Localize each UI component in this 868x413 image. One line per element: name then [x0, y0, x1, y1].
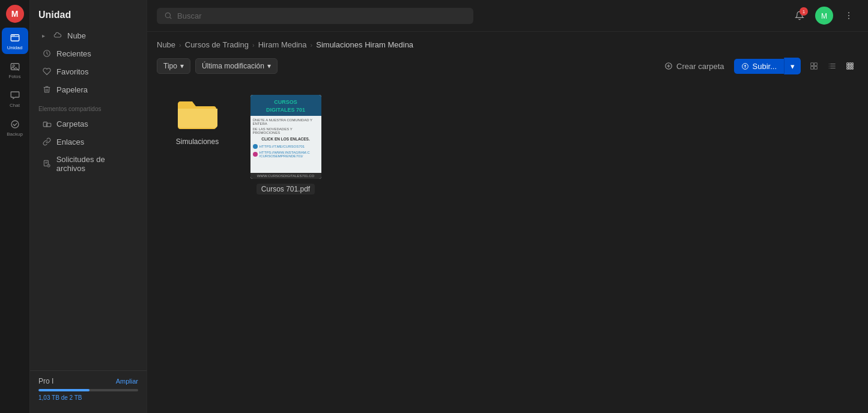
tipo-label: Tipo	[163, 62, 177, 70]
sidebar-item-nube[interactable]: ▸ Nube	[34, 26, 143, 44]
svg-rect-26	[849, 63, 851, 65]
telegram-dot	[253, 144, 258, 149]
avatar-image: M	[816, 7, 833, 24]
sidebar-item-carpetas[interactable]: Carpetas	[34, 115, 143, 133]
svg-point-14	[848, 15, 849, 16]
modificacion-filter-button[interactable]: Última modificación ▾	[195, 58, 278, 74]
unidad-icon	[9, 32, 21, 44]
sidebar-label-nube: Nube	[67, 31, 86, 40]
heart-icon	[42, 67, 52, 76]
pdf-link1: HTTPS://T.ME/CURSOS701	[253, 144, 319, 149]
topbar-avatar[interactable]: M	[815, 7, 833, 25]
folder-thumbnail	[174, 95, 222, 134]
notification-badge: 1	[800, 7, 808, 16]
square-view-icon	[810, 62, 818, 70]
view-grid-button[interactable]	[842, 58, 858, 74]
svg-rect-29	[849, 65, 851, 67]
pdf-link1-text: HTTPS://T.ME/CURSOS701	[259, 145, 305, 148]
pdf-title-line1: CURSOS	[253, 98, 319, 106]
instagram-dot	[253, 152, 258, 157]
nav-label-chat: Chat	[10, 103, 20, 108]
breadcrumb-sep-2: ›	[252, 41, 255, 49]
svg-rect-21	[815, 67, 818, 70]
breadcrumb: Nube › Cursos de Trading › Hiram Medina …	[157, 37, 858, 53]
sidebar-label-recientes: Recientes	[56, 49, 91, 58]
file-thumbnail: CURSOS DIGITALES 701 ÚNETE A NUESTRA COM…	[250, 95, 321, 179]
sidebar-label-favoritos: Favoritos	[56, 67, 88, 76]
folder-icon	[177, 98, 219, 131]
nav-label-fotos: Fotos	[8, 74, 20, 79]
sidebar-item-favoritos[interactable]: Favoritos	[34, 62, 143, 80]
list-item[interactable]: CURSOS DIGITALES 701 ÚNETE A NUESTRA COM…	[245, 89, 326, 200]
topbar: 1 M	[147, 0, 868, 32]
upgrade-link[interactable]: Ampliar	[116, 378, 138, 385]
file-name: Cursos 701.pdf	[256, 184, 315, 194]
upload-label: Subir...	[753, 62, 777, 71]
svg-point-4	[13, 65, 14, 67]
more-options-button[interactable]	[839, 6, 858, 25]
file-request-icon	[42, 159, 52, 169]
upload-icon	[741, 62, 749, 70]
svg-point-13	[848, 12, 849, 13]
svg-rect-19	[815, 63, 818, 66]
pdf-link2-sub: /CURSOSEMPRENDE701/	[259, 154, 310, 158]
pdf-click-text: CLICK EN LOS ENLACES.	[253, 137, 319, 141]
chat-icon	[9, 89, 21, 101]
pdf-body: ÚNETE A NUESTRA COMUNIDAD Y ENTERA DE LA…	[250, 116, 321, 173]
nav-item-fotos[interactable]: Fotos	[2, 56, 28, 83]
search-icon	[164, 11, 172, 20]
svg-rect-30	[852, 65, 853, 67]
storage-bar-container	[38, 389, 138, 391]
search-input[interactable]	[177, 11, 466, 20]
sidebar-item-papelera[interactable]: Papelera	[34, 80, 143, 98]
icon-nav: M Unidad Fotos Chat	[0, 0, 30, 413]
nav-label-unidad: Unidad	[7, 45, 22, 50]
view-square-button[interactable]	[806, 58, 822, 74]
breadcrumb-nube[interactable]: Nube	[157, 40, 175, 49]
toolbar-right: Crear carpeta Subir... ▾	[660, 58, 858, 74]
create-folder-label: Crear carpeta	[676, 62, 724, 71]
upload-button[interactable]: Subir...	[734, 59, 784, 74]
clock-icon	[42, 49, 52, 58]
view-list-button[interactable]	[824, 58, 840, 74]
list-view-icon	[828, 62, 836, 70]
carpetas-icon	[42, 119, 52, 128]
pdf-header: CURSOS DIGITALES 701	[250, 95, 321, 116]
modificacion-label: Última modificación	[202, 62, 264, 70]
plan-name: Pro I	[38, 377, 53, 385]
toolbar: Tipo ▾ Última modificación ▾ Crear carpe…	[157, 53, 858, 79]
cloud-icon	[53, 31, 62, 40]
pdf-link2: HTTPS://WWW.INSTAGRAM.C /CURSOSEMPRENDE7…	[253, 151, 319, 158]
nav-item-backup[interactable]: Backup	[2, 114, 28, 140]
sidebar-item-enlaces[interactable]: Enlaces	[34, 133, 143, 151]
nav-item-chat[interactable]: Chat	[2, 85, 28, 112]
breadcrumb-hiram[interactable]: Hiram Medina	[258, 40, 307, 49]
create-folder-button[interactable]: Crear carpeta	[660, 59, 729, 74]
svg-rect-28	[847, 65, 849, 67]
user-avatar[interactable]: M	[6, 5, 24, 23]
file-grid: Simulaciones CURSOS DIGITALES 701 ÚNETE …	[157, 89, 858, 200]
sidebar: Unidad ▸ Nube Recientes Favoritos	[30, 0, 147, 413]
view-icons	[806, 58, 858, 74]
nav-label-backup: Backup	[7, 131, 23, 137]
svg-rect-18	[811, 63, 814, 66]
upload-dropdown-button[interactable]: ▾	[784, 58, 801, 74]
shared-section-label: Elementos compartidos	[30, 98, 147, 115]
main-content: 1 M Nube › Cursos de Trading ›	[147, 0, 868, 413]
breadcrumb-sep-1: ›	[179, 41, 181, 49]
sidebar-label-enlaces: Enlaces	[56, 137, 84, 146]
storage-suffix: de 2 TB	[61, 394, 82, 401]
tipo-filter-button[interactable]: Tipo ▾	[157, 58, 190, 74]
search-box[interactable]	[157, 8, 473, 24]
list-item[interactable]: Simulaciones	[157, 89, 238, 200]
svg-rect-25	[847, 63, 849, 65]
pdf-footer: WWW.CURSOSDIGITALES701.CO	[250, 173, 321, 179]
pdf-body-text2: DE LAS NOVEDADES Y PROMOCIONES	[253, 127, 319, 134]
breadcrumb-cursos[interactable]: Cursos de Trading	[185, 40, 249, 49]
arrow-right-icon: ▸	[42, 32, 48, 39]
notifications-button[interactable]: 1	[790, 6, 809, 25]
breadcrumb-current: Simulaciones Hiram Medina	[316, 40, 413, 49]
sidebar-item-solicitudes[interactable]: Solicitudes de archivos	[34, 151, 143, 177]
sidebar-item-recientes[interactable]: Recientes	[34, 44, 143, 62]
nav-item-unidad[interactable]: Unidad	[2, 28, 28, 54]
